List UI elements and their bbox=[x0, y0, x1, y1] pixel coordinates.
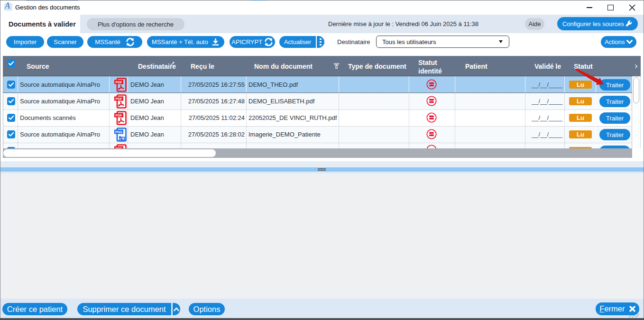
svg-text:PDF: PDF bbox=[116, 114, 123, 117]
svg-text:PDF: PDF bbox=[116, 81, 123, 84]
svg-text:PNG: PNG bbox=[115, 130, 123, 134]
svg-text:PDF: PDF bbox=[116, 97, 123, 101]
